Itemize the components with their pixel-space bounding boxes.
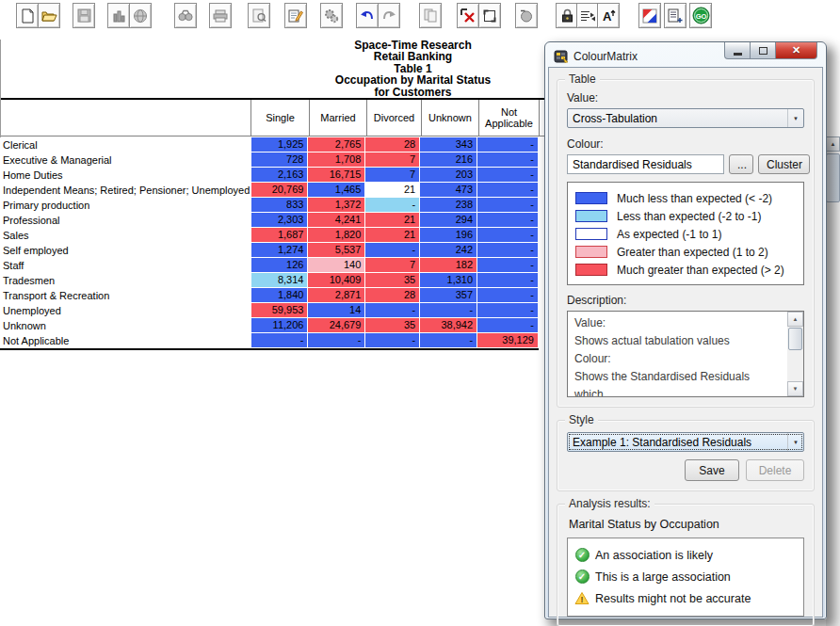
table-cell[interactable]: 473	[420, 183, 477, 198]
table-cell[interactable]: 833	[250, 198, 309, 213]
save-button[interactable]: Save	[685, 459, 739, 481]
row-label[interactable]: Executive & Managerial	[0, 152, 250, 168]
table-cell[interactable]: -	[308, 333, 365, 348]
style-combobox[interactable]: Example 1: Standardised Residuals ▼	[567, 432, 804, 452]
column-header-unknown[interactable]: Unknown	[421, 100, 478, 136]
description-scrollbar[interactable]: ▲ ▼	[787, 312, 803, 396]
row-label[interactable]: Primary production	[0, 198, 250, 213]
edit-notes-button[interactable]	[284, 3, 307, 28]
table-cell[interactable]: 2,765	[308, 137, 365, 152]
maximize-button[interactable]	[751, 42, 776, 59]
main-scrollbar-thumb[interactable]	[826, 153, 840, 202]
table-cell[interactable]: 238	[420, 198, 477, 213]
value-combobox[interactable]: Cross-Tabulation ▼	[567, 108, 804, 128]
row-label[interactable]: Independent Means; Retired; Pensioner; U…	[0, 183, 250, 198]
scroll-up-icon[interactable]: ▲	[826, 136, 840, 152]
undo-button[interactable]	[356, 3, 379, 28]
table-cell[interactable]: -	[365, 333, 420, 348]
table-cell[interactable]: 4,241	[308, 213, 365, 228]
minimize-button[interactable]	[724, 42, 751, 59]
row-label[interactable]: Clerical	[0, 137, 250, 152]
table-cell[interactable]: 1,840	[250, 288, 309, 303]
table-cell[interactable]: 7	[365, 258, 420, 273]
table-cell[interactable]: 10,409	[308, 273, 365, 288]
column-header-divorced[interactable]: Divorced	[366, 100, 421, 136]
table-cell[interactable]: 16,715	[308, 168, 365, 183]
column-header-single[interactable]: Single	[250, 100, 309, 136]
table-cell[interactable]: -	[477, 183, 539, 198]
table-cell[interactable]: -	[365, 303, 420, 318]
table-cell[interactable]: 728	[250, 152, 309, 168]
table-cell[interactable]: 11,206	[250, 318, 309, 333]
table-cell[interactable]: 140	[308, 258, 365, 273]
table-cell[interactable]: 182	[420, 258, 477, 273]
table-cell[interactable]: -	[420, 333, 477, 348]
new-document-button[interactable]	[16, 3, 39, 28]
table-cell[interactable]: 20,769	[250, 183, 309, 198]
table-cell[interactable]: -	[477, 318, 539, 333]
table-cell[interactable]: -	[477, 273, 539, 288]
row-label[interactable]: Professional	[0, 213, 250, 228]
table-cell[interactable]: -	[477, 288, 539, 303]
browse-button[interactable]: ...	[729, 154, 753, 174]
table-cell[interactable]: -	[477, 137, 539, 152]
resize-table-button[interactable]	[478, 3, 501, 28]
font-size-button[interactable]: A	[597, 3, 620, 28]
table-cell[interactable]: 203	[420, 168, 477, 183]
table-cell[interactable]: -	[250, 333, 309, 348]
table-cell[interactable]: 2,163	[250, 168, 309, 183]
table-cell[interactable]: 1,274	[250, 243, 309, 258]
table-cell[interactable]: 38,942	[420, 318, 477, 333]
description-scrollbar-thumb[interactable]	[788, 328, 802, 350]
close-button[interactable]: ✕	[776, 42, 817, 59]
table-cell[interactable]: 1,708	[308, 152, 365, 168]
table-cell[interactable]: 21	[365, 213, 420, 228]
field-reorder-button[interactable]	[576, 3, 599, 28]
table-cell[interactable]: 8,314	[250, 273, 309, 288]
row-label[interactable]: Sales	[0, 228, 250, 243]
table-cell[interactable]: -	[365, 243, 420, 258]
table-cell[interactable]: -	[477, 213, 539, 228]
table-cell[interactable]: 343	[420, 137, 477, 152]
table-cell[interactable]: -	[477, 258, 539, 273]
table-cell[interactable]: 2,871	[308, 288, 365, 303]
table-cell[interactable]: 21	[365, 228, 420, 243]
table-cell[interactable]: 196	[420, 228, 477, 243]
row-label[interactable]: Not Applicable	[0, 333, 250, 348]
table-cell[interactable]: 7	[365, 168, 420, 183]
table-cell[interactable]: 1,310	[420, 273, 477, 288]
add-document-button[interactable]	[664, 3, 687, 28]
colour-matrix-button[interactable]	[638, 3, 661, 28]
table-cell[interactable]: -	[477, 303, 539, 318]
row-label[interactable]: Home Duties	[0, 168, 250, 183]
delete-button[interactable]: Delete	[746, 459, 804, 481]
row-label[interactable]: Tradesmen	[0, 273, 250, 288]
row-label[interactable]: Staff	[0, 258, 250, 273]
table-cell[interactable]: 126	[250, 258, 309, 273]
table-cell[interactable]: 28	[365, 288, 420, 303]
table-cell[interactable]: 357	[420, 288, 477, 303]
table-cell[interactable]: 242	[420, 243, 477, 258]
row-label[interactable]: Unemployed	[0, 303, 250, 318]
cluster-button[interactable]: Cluster	[758, 154, 810, 174]
colour-field[interactable]	[567, 154, 724, 174]
table-cell[interactable]: 294	[420, 213, 477, 228]
table-cell[interactable]: 39,129	[477, 333, 539, 348]
column-header-married[interactable]: Married	[309, 100, 366, 136]
table-cell[interactable]: 5,537	[308, 243, 365, 258]
table-cell[interactable]: 7	[365, 152, 420, 168]
table-cell[interactable]: 216	[420, 152, 477, 168]
table-cell[interactable]: 1,687	[250, 228, 309, 243]
scroll-up-icon[interactable]: ▲	[787, 312, 803, 327]
dialog-titlebar[interactable]: ColourMatrix ✕	[548, 45, 823, 67]
table-cell[interactable]: -	[477, 243, 539, 258]
main-vertical-scrollbar[interactable]: ▲	[826, 136, 840, 626]
table-cell[interactable]: 59,953	[250, 303, 309, 318]
table-cell[interactable]: -	[365, 198, 420, 213]
table-cell[interactable]: 35	[365, 273, 420, 288]
table-cell[interactable]: -	[477, 198, 539, 213]
table-cell[interactable]: -	[477, 168, 539, 183]
table-cell[interactable]: 14	[308, 303, 365, 318]
delete-selection-button[interactable]	[457, 3, 479, 28]
open-file-button[interactable]	[38, 3, 60, 28]
